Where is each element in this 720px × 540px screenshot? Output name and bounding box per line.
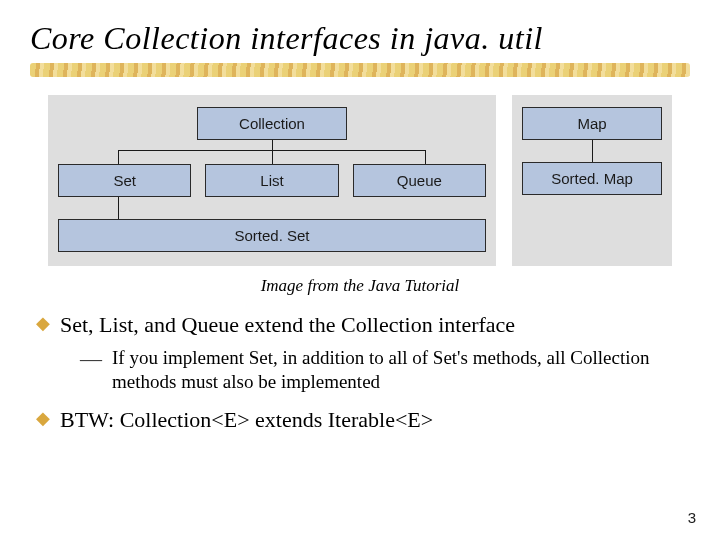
map-hierarchy-panel: Map Sorted. Map [512, 95, 672, 266]
node-list: List [205, 164, 338, 197]
hierarchy-diagram: Collection Set List Queue Sorted. Set Ma… [30, 95, 690, 266]
bullet-text: BTW: Collection<E> extends Iterable<E> [60, 405, 433, 435]
bullet-list: ◆ Set, List, and Queue extend the Collec… [30, 310, 690, 435]
diamond-icon: ◆ [36, 310, 50, 340]
connector [58, 140, 486, 164]
collection-hierarchy-panel: Collection Set List Queue Sorted. Set [48, 95, 496, 266]
bullet-text: Set, List, and Queue extend the Collecti… [60, 310, 515, 340]
connector [522, 140, 662, 162]
node-queue: Queue [353, 164, 486, 197]
image-caption: Image from the Java Tutorial [30, 276, 690, 296]
bullet-item: ◆ BTW: Collection<E> extends Iterable<E> [36, 405, 690, 435]
node-sortedmap: Sorted. Map [522, 162, 662, 195]
node-sortedset: Sorted. Set [58, 219, 486, 252]
bullet-subitem: — If you implement Set, in addition to a… [80, 346, 690, 395]
connector [58, 197, 486, 219]
page-number: 3 [688, 509, 696, 526]
diamond-icon: ◆ [36, 405, 50, 435]
node-map: Map [522, 107, 662, 140]
bullet-text: If you implement Set, in addition to all… [112, 346, 690, 395]
bullet-item: ◆ Set, List, and Queue extend the Collec… [36, 310, 690, 340]
dash-icon: — [80, 348, 102, 397]
node-set: Set [58, 164, 191, 197]
title-underline [30, 63, 690, 77]
node-collection: Collection [197, 107, 347, 140]
page-title: Core Collection interfaces in java. util [30, 20, 690, 57]
